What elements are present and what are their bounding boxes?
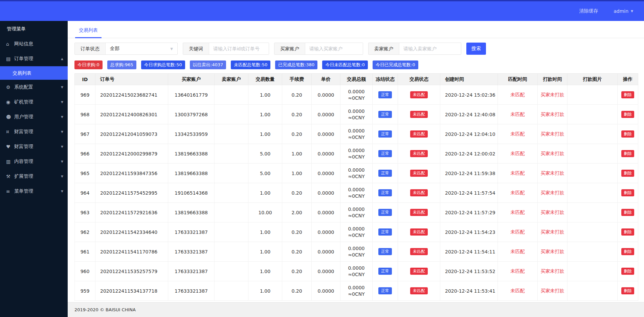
- cell-total: 0.0000≈0CNY: [340, 203, 373, 222]
- cell-trade_status: 未匹配: [398, 183, 440, 203]
- footer: 2019-2020 © BAISUI CHINA: [68, 302, 644, 317]
- total-amount: 0.0000: [342, 167, 371, 173]
- delete-button[interactable]: 删除: [621, 287, 634, 294]
- payment-time-status: 买家未打款: [541, 288, 564, 293]
- user-menu[interactable]: admin ▼: [614, 8, 633, 14]
- cell-trade_status: 未匹配: [398, 222, 440, 242]
- payment-time-status: 买家未打款: [541, 229, 564, 235]
- freeze-status-badge: 正常: [378, 248, 392, 255]
- sidebar-item-order-management[interactable]: ▤订单管理▲: [0, 51, 68, 66]
- match-time-status: 未匹配: [511, 190, 525, 195]
- cell-order_no: 2020122411541170786: [95, 242, 168, 262]
- cell-match: 未匹配: [498, 124, 538, 144]
- cell-match: 未匹配: [498, 183, 538, 203]
- sidebar-item-website-info[interactable]: ⌂网站信息: [0, 36, 68, 51]
- seller-account-input[interactable]: [399, 43, 461, 54]
- match-time-status: 未匹配: [511, 249, 525, 254]
- match-time-status: 未匹配: [511, 210, 525, 215]
- total-approx: ≈0CNY: [342, 154, 371, 160]
- sidebar-item-wealth-management-1[interactable]: ¤财富管理▼: [0, 124, 68, 139]
- column-header-buyer: 买家账户: [168, 74, 215, 85]
- cell-total: 0.0000≈0CNY: [340, 164, 373, 183]
- cell-action: 删除: [618, 281, 638, 301]
- total-approx: ≈0CNY: [342, 193, 371, 199]
- freeze-status-badge: 正常: [378, 268, 392, 275]
- stat-badge: 今日求购总笔数:50: [141, 60, 185, 69]
- column-header-price: 单价: [312, 74, 340, 85]
- delete-button[interactable]: 删除: [621, 248, 634, 255]
- delete-button[interactable]: 删除: [621, 111, 634, 118]
- table-body: 9692020122415023682741136401617791.000.2…: [75, 85, 638, 301]
- sidebar-item-label: 订单管理: [14, 56, 33, 62]
- cell-created: 2020-12-24 11:53:52: [440, 262, 498, 281]
- trade-status-badge: 未匹配: [410, 189, 428, 196]
- sidebar-item-user-management[interactable]: ☻用户管理▼: [0, 109, 68, 124]
- sidebar-item-wealth-management-2[interactable]: ♥财富管理▼: [0, 139, 68, 154]
- chevron-down-icon: ▼: [61, 175, 63, 178]
- keyword-input[interactable]: [209, 43, 269, 54]
- cell-trade_status: 未匹配: [398, 105, 440, 124]
- sidebar-item-label: 用户管理: [14, 114, 33, 120]
- delete-button[interactable]: 删除: [621, 268, 634, 275]
- payment-time-status: 买家未打款: [541, 131, 564, 137]
- cell-match: 未匹配: [498, 203, 538, 222]
- total-approx: ≈0CNY: [342, 134, 371, 141]
- delete-button[interactable]: 删除: [621, 228, 634, 236]
- search-button[interactable]: 搜索: [466, 43, 486, 55]
- sidebar-item-extension-management[interactable]: ⚒扩展管理▼: [0, 169, 68, 184]
- stat-badge: 未匹配总笔数:50: [231, 60, 270, 69]
- sidebar-item-miner-management[interactable]: ◉矿机管理▼: [0, 95, 68, 109]
- sidebar-item-transaction-list[interactable]: 交易列表: [0, 66, 68, 80]
- keyword-label: 关键词: [183, 43, 209, 54]
- cell-id: 961: [75, 242, 95, 262]
- cell-trade_status: 未匹配: [398, 203, 440, 222]
- order-status-select[interactable]: 全部 ▼: [106, 43, 177, 54]
- tab-bar: 交易列表: [68, 21, 644, 38]
- delete-button[interactable]: 删除: [621, 170, 634, 177]
- tab-transaction-list[interactable]: 交易列表: [75, 27, 102, 38]
- sidebar-item-label: 扩展管理: [14, 173, 33, 179]
- sidebar-item-system-config[interactable]: ⚙系统配置▼: [0, 80, 68, 95]
- delete-button[interactable]: 删除: [621, 209, 634, 216]
- cell-buyer: 17633321387: [168, 262, 215, 281]
- sidebar-item-menu-management[interactable]: ≡菜单管理▼: [0, 184, 68, 199]
- cell-payment: 买家未打款: [538, 144, 568, 164]
- cell-total: 0.0000≈0CNY: [340, 144, 373, 164]
- cell-price: 0.0000: [312, 242, 340, 262]
- trade-status-badge: 未匹配: [410, 150, 428, 157]
- cell-pay_image: [568, 262, 618, 281]
- cell-match: 未匹配: [498, 262, 538, 281]
- cell-fee: 0.20: [282, 222, 312, 242]
- cell-buyer: 19106514368: [168, 183, 215, 203]
- clear-cache-button[interactable]: 清除缓存: [579, 8, 598, 14]
- cell-trade_status: 未匹配: [398, 242, 440, 262]
- freeze-status-badge: 正常: [378, 130, 392, 138]
- cell-id: 962: [75, 222, 95, 242]
- total-approx: ≈0CNY: [342, 291, 371, 297]
- delete-button[interactable]: 删除: [621, 150, 634, 157]
- cell-price: 0.0000: [312, 203, 340, 222]
- cell-total: 0.0000≈0CNY: [340, 85, 373, 105]
- sidebar-item-content-management[interactable]: ▥内容管理▼: [0, 154, 68, 169]
- freeze-status-badge: 正常: [378, 228, 392, 236]
- cell-id: 969: [75, 85, 95, 105]
- chevron-down-icon: ▼: [61, 130, 63, 133]
- cell-qty: 1.00: [248, 85, 282, 105]
- cell-order_no: 2020122412041059073: [95, 124, 168, 144]
- delete-button[interactable]: 删除: [621, 189, 634, 196]
- cell-seller: [215, 105, 248, 124]
- cell-total: 0.0000≈0CNY: [340, 262, 373, 281]
- cell-order_no: 2020122411542334640: [95, 222, 168, 242]
- cell-id: 966: [75, 144, 95, 164]
- cell-match: 未匹配: [498, 105, 538, 124]
- cell-match: 未匹配: [498, 222, 538, 242]
- cell-payment: 买家未打款: [538, 85, 568, 105]
- cell-trade_status: 未匹配: [398, 124, 440, 144]
- cell-seller: [215, 203, 248, 222]
- wrench-icon: ⚒: [6, 174, 14, 179]
- buyer-account-input[interactable]: [305, 43, 363, 54]
- cell-pay_image: [568, 281, 618, 301]
- cell-id: 960: [75, 262, 95, 281]
- delete-button[interactable]: 删除: [621, 91, 634, 98]
- delete-button[interactable]: 删除: [621, 130, 634, 138]
